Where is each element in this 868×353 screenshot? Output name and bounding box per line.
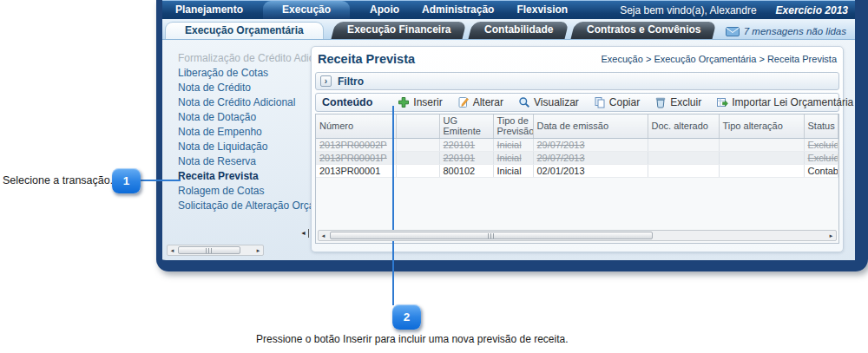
subtab-execucao-financeira[interactable]: Execução Financeira <box>331 22 466 39</box>
col-header-tipo-previsao[interactable]: Tipo de Previsão <box>493 114 533 138</box>
sidebar-item-receita-prevista[interactable]: Receita Prevista <box>162 169 310 184</box>
magnifier-icon <box>518 96 530 108</box>
cell-ug: 220101 <box>439 151 493 164</box>
col-header-doc-alterado[interactable]: Doc. alterado <box>648 114 719 138</box>
thumb-grip-icon <box>206 248 213 253</box>
button-label: Visualizar <box>534 96 579 108</box>
col-header-tipo-alteracao[interactable]: Tipo alteração <box>719 114 804 138</box>
table-horizontal-scrollbar[interactable]: ◄ ► <box>318 230 837 241</box>
nav-tab-administracao[interactable]: Administração <box>411 3 505 19</box>
cell-empty <box>396 164 439 177</box>
cell-numero: 2013PR00001P <box>316 151 396 164</box>
content-area: Formalização de Crédito Adicional Libera… <box>162 41 855 260</box>
topbar-right: Seja bem vindo(a), Alexandre Exercício 2… <box>620 4 848 19</box>
scrollbar-thumb[interactable] <box>330 232 653 239</box>
visualizar-button[interactable]: Visualizar <box>518 96 579 108</box>
sidebar-item-solicitacao-alteracao[interactable]: Solicitação de Alteração Orçament <box>162 199 310 213</box>
scrollbar-thumb[interactable] <box>178 246 240 254</box>
table-row[interactable]: 2013PR00002P 220101 Inicial 29/07/2013 E… <box>316 138 838 151</box>
col-header-status[interactable]: Status <box>804 114 838 138</box>
scroll-right-arrow-icon[interactable]: ► <box>826 231 836 240</box>
subtab-contabilidade[interactable]: Contabilidade <box>469 22 569 39</box>
button-label: Alterar <box>473 96 503 108</box>
sidebar-horizontal-scrollbar[interactable]: ◄ ► <box>167 245 264 256</box>
edit-document-icon <box>457 96 470 108</box>
cell-status: Excluído <box>804 151 838 164</box>
sidebar-item-nota-de-credito[interactable]: Nota de Crédito <box>162 81 310 95</box>
excluir-button[interactable]: Excluir <box>654 96 701 108</box>
cell-status: Contabilizado <box>804 164 838 177</box>
cell-numero: 2013PR00002P <box>316 138 396 151</box>
nav-tab-planejamento[interactable]: Planejamento <box>164 3 254 19</box>
sub-nav-bar: Execução Orçamentária Execução Financeir… <box>162 19 855 40</box>
sidebar-item-nota-de-credito-adicional[interactable]: Nota de Crédito Adicional <box>162 95 310 110</box>
importar-lei-orcamentaria-button[interactable]: Importar Lei Orçamentária <box>716 96 853 108</box>
cell-alteracao <box>719 164 804 177</box>
copy-icon <box>594 96 606 108</box>
alterar-button[interactable]: Alterar <box>457 96 503 108</box>
callout-step1-line <box>140 180 181 181</box>
cell-tipo: Inicial <box>493 138 533 151</box>
unread-messages-link[interactable]: 7 mensagens não lidas <box>726 26 850 39</box>
button-label: Excluir <box>670 96 701 108</box>
sidebar-item-formalizacao-credito-adicional: Formalização de Crédito Adicional <box>162 51 310 66</box>
cell-alteracao <box>719 151 804 164</box>
col-header-numero[interactable]: Número <box>316 114 396 138</box>
sidebar-item-rolagem-de-cotas[interactable]: Rolagem de Cotas <box>162 184 310 199</box>
scroll-left-arrow-icon[interactable]: ◄ <box>319 231 328 240</box>
welcome-text: Seja bem vindo(a), Alexandre <box>620 4 756 16</box>
cell-tipo: Inicial <box>493 151 533 164</box>
col-header-data-emissao[interactable]: Data de emissão <box>533 114 648 138</box>
col-header-ug-emitente[interactable]: UG Emitente <box>439 114 493 138</box>
copiar-button[interactable]: Copiar <box>594 96 640 108</box>
top-nav-bar: Planejamento Execução Apoio Administraçã… <box>162 0 855 19</box>
breadcrumb[interactable]: Execução > Execução Orçamentária > Recei… <box>602 54 837 64</box>
nav-tab-execucao[interactable]: Execução <box>263 1 350 19</box>
sidebar-item-nota-de-empenho[interactable]: Nota de Empenho <box>162 125 310 140</box>
subtab-label: Execução Financeira <box>347 22 450 38</box>
sidebar-item-nota-de-liquidacao[interactable]: Nota de Liquidação <box>162 140 310 154</box>
sidebar-item-nota-de-dotacao[interactable]: Nota de Dotação <box>162 110 310 125</box>
callout-step1-text: Selecione a transação. <box>3 174 113 186</box>
cell-ug: 220101 <box>439 138 493 151</box>
table-row[interactable]: 2013PR00001 800102 Inicial 02/01/2013 Co… <box>316 164 838 177</box>
sidebar-item-liberacao-de-cotas[interactable]: Liberação de Cotas <box>162 66 310 81</box>
cell-status: Excluído <box>804 138 838 151</box>
cell-data: 02/01/2013 <box>533 164 648 177</box>
cell-ug: 800102 <box>439 164 493 177</box>
cell-doc <box>648 164 719 177</box>
button-label: Inserir <box>413 96 442 108</box>
col-header-empty[interactable] <box>396 114 439 138</box>
nav-tab-flexvision[interactable]: Flexvision <box>505 3 579 19</box>
callout-step2-text: Pressione o botão Inserir para incluir u… <box>256 333 569 345</box>
callout-step1-badge: 1 <box>112 168 141 193</box>
callout-step2-line <box>392 106 394 305</box>
inserir-button[interactable]: Inserir <box>398 96 442 108</box>
page-title: Receita Prevista <box>318 52 415 66</box>
scroll-right-arrow-icon[interactable]: ► <box>253 245 263 255</box>
button-label: Copiar <box>609 96 640 108</box>
import-table-icon <box>716 96 728 108</box>
app-window: Planejamento Execução Apoio Administraçã… <box>156 0 868 271</box>
cell-data: 29/07/2013 <box>533 138 648 151</box>
filter-label[interactable]: Filtro <box>338 75 364 88</box>
sidebar-collapse-handle[interactable]: ◄ <box>300 229 309 238</box>
unread-messages-text: 7 mensagens não lidas <box>744 26 846 36</box>
table-header-row: Número UG Emitente Tipo de Previsão Data… <box>316 114 838 138</box>
sidebar-item-nota-de-reserva[interactable]: Nota de Reserva <box>162 154 310 169</box>
cell-numero: 2013PR00001 <box>316 164 396 177</box>
exercise-label: Exercício 2013 <box>776 4 848 16</box>
cell-doc <box>648 151 719 164</box>
filter-expand-icon[interactable]: › <box>320 75 332 87</box>
scroll-left-arrow-icon[interactable]: ◄ <box>168 245 177 255</box>
button-label: Importar Lei Orçamentária <box>732 96 853 108</box>
subtab-execucao-orcamentaria[interactable]: Execução Orçamentária <box>165 22 324 39</box>
subtab-contratos-convenios[interactable]: Contratos e Convênios <box>571 22 717 39</box>
receita-prevista-panel: Receita Prevista Execução > Execução Orç… <box>311 46 844 252</box>
cell-empty <box>396 151 439 164</box>
thumb-grip-icon <box>488 233 495 239</box>
nav-tab-apoio[interactable]: Apoio <box>358 3 411 19</box>
table-row[interactable]: 2013PR00001P 220101 Inicial 29/07/2013 E… <box>316 151 838 164</box>
cell-alteracao <box>719 138 804 151</box>
results-table: Número UG Emitente Tipo de Previsão Data… <box>316 114 838 178</box>
